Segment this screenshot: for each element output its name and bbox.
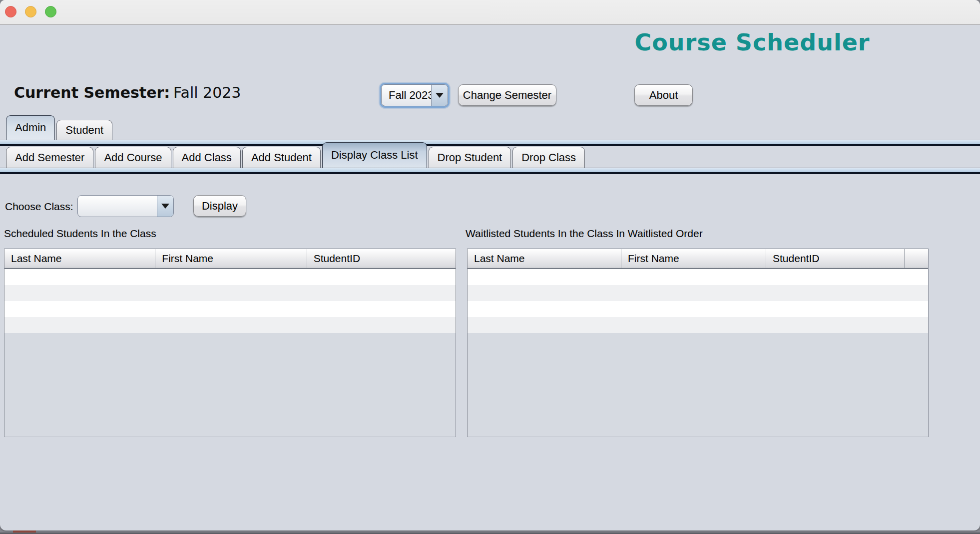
tab-student[interactable]: Student (56, 120, 112, 140)
column-header-last-name: Last Name (468, 249, 621, 268)
course-scheduler-window: Course Scheduler Current Semester: Fall … (0, 0, 980, 531)
subtab-add-course[interactable]: Add Course (95, 147, 171, 168)
table-body (468, 269, 928, 437)
column-header-studentid: StudentID (766, 249, 905, 268)
table-body (4, 269, 456, 437)
subtab-display-class-list[interactable]: Display Class List (322, 142, 427, 168)
subtab-add-student[interactable]: Add Student (242, 147, 321, 168)
scheduled-students-table[interactable]: Last NameFirst NameStudentID (4, 249, 456, 437)
chevron-down-icon (436, 93, 444, 98)
window-titlebar (0, 0, 980, 25)
empty-row (4, 301, 456, 317)
current-semester-value: Fall 2023 (173, 84, 241, 101)
dropdown-arrow-button[interactable] (157, 196, 173, 217)
subtab-drop-class[interactable]: Drop Class (512, 147, 585, 168)
empty-row (4, 285, 456, 301)
main-tab-bar: AdminStudent (6, 120, 112, 140)
column-header-first-name: First Name (621, 249, 766, 268)
close-button[interactable] (5, 6, 16, 17)
table-header: Last NameFirst NameStudentID (4, 249, 456, 269)
semester-dropdown-value: Fall 2023 (382, 89, 431, 102)
about-button[interactable]: About (634, 84, 693, 106)
semester-dropdown[interactable]: Fall 2023 (381, 84, 448, 106)
empty-row (468, 269, 928, 285)
scheduled-table-caption: Scheduled Students In the Class (4, 228, 156, 240)
empty-row (468, 317, 928, 333)
empty-row (4, 317, 456, 333)
choose-class-label: Choose Class: (5, 201, 73, 213)
subtab-strip-divider (0, 168, 980, 174)
class-dropdown[interactable] (77, 195, 174, 217)
empty-row (468, 301, 928, 317)
change-semester-button[interactable]: Change Semester (458, 84, 556, 106)
subtab-drop-student[interactable]: Drop Student (429, 147, 511, 168)
tab-admin[interactable]: Admin (6, 115, 55, 140)
current-semester-label: Current Semester: (14, 84, 170, 101)
desktop-background-sliver (13, 530, 36, 534)
dropdown-arrow-button[interactable] (431, 85, 448, 106)
minimize-button[interactable] (25, 6, 36, 17)
display-button[interactable]: Display (193, 195, 246, 217)
page-title: Course Scheduler (565, 29, 940, 56)
column-header-first-name: First Name (155, 249, 307, 268)
zoom-button[interactable] (45, 6, 56, 17)
tab-strip-divider (0, 140, 980, 146)
admin-subtab-bar: Add SemesterAdd CourseAdd ClassAdd Stude… (6, 147, 585, 168)
chevron-down-icon (161, 204, 169, 209)
table-header: Last NameFirst NameStudentID (468, 249, 928, 269)
empty-row (4, 269, 456, 285)
subtab-add-semester[interactable]: Add Semester (6, 147, 93, 168)
column-header-studentid: StudentID (307, 249, 456, 268)
waitlisted-students-table[interactable]: Last NameFirst NameStudentID (467, 249, 929, 437)
waitlisted-table-caption: Waitlisted Students In the Class In Wait… (466, 228, 703, 240)
empty-row (468, 285, 928, 301)
column-header-last-name: Last Name (4, 249, 155, 268)
subtab-add-class[interactable]: Add Class (173, 147, 241, 168)
